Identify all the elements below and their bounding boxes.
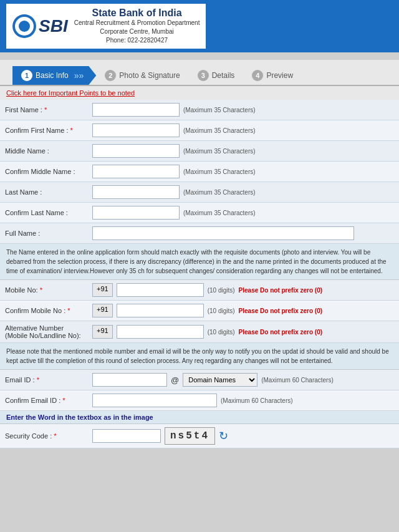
sbi-logo: SBI: [12, 14, 68, 38]
confirm-mobile-warning: Please Do not prefix zero (0): [239, 307, 322, 314]
domain-select[interactable]: Domain Names gmail.com yahoo.com hotmail…: [183, 373, 257, 387]
confirm-middle-name-input-cell: (Maximum 35 Characters): [92, 165, 394, 178]
alt-label-line1: Alternative Number: [5, 324, 64, 332]
last-name-row: Last Name : (Maximum 35 Characters): [0, 182, 399, 203]
email-required: *: [37, 376, 39, 384]
mobile-warning: Please Do not prefix zero (0): [239, 287, 322, 294]
tab-basic-info[interactable]: 1 Basic Info »»: [12, 66, 96, 85]
tab-num-4: 4: [252, 70, 263, 81]
name-info-para: The Name entered in the online applicati…: [0, 244, 399, 280]
last-name-input[interactable]: [92, 185, 180, 199]
confirm-email-row: Confirm Email ID : * (Maximum 60 Charact…: [0, 390, 399, 411]
mobile-prefix: +91: [92, 283, 113, 297]
confirm-email-input[interactable]: [92, 394, 217, 407]
tabs: 1 Basic Info »» 2 Photo & Signature 3 De…: [12, 66, 387, 85]
first-name-input[interactable]: [92, 103, 180, 117]
full-name-label: Full Name :: [5, 230, 92, 237]
middle-name-row: Middle Name : (Maximum 35 Characters): [0, 141, 399, 162]
middle-name-input-cell: (Maximum 35 Characters): [92, 144, 394, 158]
security-code-input-cell: ns5t4 ↻: [92, 427, 394, 445]
confirm-mobile-row: Confirm Mobile No : * +91 (10 digits) Pl…: [0, 301, 399, 321]
cfn-required: *: [70, 127, 73, 134]
cmobile-required: *: [67, 307, 70, 314]
middle-name-input[interactable]: [92, 144, 180, 158]
alt-number-label: Alternative Number (Mobile No/Landline N…: [5, 324, 92, 339]
tab-preview[interactable]: 4 Preview: [243, 66, 302, 85]
phone-text: Phone: 022-22820427: [74, 36, 200, 45]
first-name-required: *: [44, 106, 47, 114]
confirm-last-name-label: Confirm Last Name :: [5, 209, 92, 216]
sbi-circle-inner: [15, 17, 34, 36]
email-row: Email ID : * @ Domain Names gmail.com ya…: [0, 370, 399, 390]
dept-line1: Central Recruitment & Promotion Departme…: [74, 19, 200, 27]
logo-box: SBI State Bank of India Central Recruitm…: [6, 4, 206, 49]
bank-name: State Bank of India: [74, 7, 200, 19]
full-name-input[interactable]: [92, 226, 354, 240]
first-name-input-cell: (Maximum 35 Characters): [92, 103, 394, 117]
mobile-hint: (10 digits): [208, 287, 235, 294]
name-info-text: The Name entered in the online applicati…: [6, 249, 387, 274]
confirm-middle-name-row: Confirm Middle Name : (Maximum 35 Charac…: [0, 162, 399, 182]
notice-link[interactable]: Click here for Important Points to be no…: [6, 89, 135, 97]
tab-label-3: Details: [212, 71, 235, 80]
at-sign: @: [171, 375, 179, 385]
sbi-dot: [19, 21, 30, 32]
page-header: SBI State Bank of India Central Recruitm…: [0, 0, 399, 52]
alt-label-line2: (Mobile No/Landline No):: [5, 332, 81, 339]
captcha-hint-text: Enter the Word in the textbox as in the …: [6, 414, 153, 421]
full-name-row: Full Name :: [0, 223, 399, 244]
alt-hint: (10 digits): [208, 329, 235, 336]
form-area: First Name : * (Maximum 35 Characters) C…: [0, 100, 399, 448]
sbi-circle-icon: [12, 14, 36, 38]
confirm-last-name-input-cell: (Maximum 35 Characters): [92, 206, 394, 220]
sbi-text-label: SBI: [39, 16, 68, 36]
captcha-image: ns5t4: [165, 427, 215, 445]
confirm-email-hint: (Maximum 60 Characters): [221, 397, 293, 404]
email-label: Email ID : *: [5, 376, 92, 384]
full-name-input-cell: [92, 226, 394, 240]
confirm-mobile-input[interactable]: [117, 304, 204, 317]
notice-bar: Click here for Important Points to be no…: [0, 86, 399, 100]
confirm-first-name-input[interactable]: [92, 123, 180, 137]
confirm-middle-name-hint: (Maximum 35 Characters): [183, 168, 256, 175]
mobile-input[interactable]: [117, 283, 204, 297]
confirm-mobile-label: Confirm Mobile No : *: [5, 307, 92, 314]
tab-num-3: 3: [198, 70, 209, 81]
confirm-first-name-label: Confirm First Name : *: [5, 127, 92, 134]
alt-number-input[interactable]: [117, 325, 204, 339]
cemail-required: *: [62, 397, 65, 404]
confirm-first-name-hint: (Maximum 35 Characters): [183, 127, 256, 134]
last-name-input-cell: (Maximum 35 Characters): [92, 185, 394, 199]
mobile-required: *: [40, 286, 42, 294]
alt-number-row: Alternative Number (Mobile No/Landline N…: [0, 321, 399, 343]
security-code-input[interactable]: [92, 429, 161, 443]
confirm-last-name-row: Confirm Last Name : (Maximum 35 Characte…: [0, 203, 399, 223]
last-name-label: Last Name :: [5, 188, 92, 196]
confirm-middle-name-label: Confirm Middle Name :: [5, 168, 92, 175]
confirm-middle-name-input[interactable]: [92, 165, 180, 178]
alt-warning: Please Do not prefix zero (0): [239, 329, 322, 336]
middle-name-hint: (Maximum 35 Characters): [183, 148, 256, 155]
email-input[interactable]: [92, 373, 167, 387]
last-name-hint: (Maximum 35 Characters): [183, 189, 256, 196]
tab-label-1: Basic Info: [36, 71, 69, 80]
confirm-email-input-cell: (Maximum 60 Characters): [92, 394, 394, 407]
confirm-mobile-hint: (10 digits): [208, 307, 235, 314]
confirm-last-name-hint: (Maximum 35 Characters): [183, 210, 256, 216]
notification-box: Please note that the mentioned mobile nu…: [0, 343, 399, 370]
refresh-captcha-icon[interactable]: ↻: [219, 429, 228, 443]
tab-label-2: Photo & Signature: [119, 71, 180, 80]
first-name-hint: (Maximum 35 Characters): [183, 107, 256, 114]
mobile-row: Mobile No: * +91 (10 digits) Please Do n…: [0, 280, 399, 301]
mobile-label: Mobile No: *: [5, 286, 92, 294]
confirm-email-label: Confirm Email ID : *: [5, 397, 92, 404]
tab-num-1: 1: [21, 70, 32, 81]
tab-details[interactable]: 3 Details: [189, 66, 244, 85]
bank-info: State Bank of India Central Recruitment …: [74, 7, 200, 45]
tab-photo[interactable]: 2 Photo & Signature: [96, 66, 188, 85]
alt-prefix: +91: [92, 325, 113, 339]
confirm-mobile-input-cell: +91 (10 digits) Please Do not prefix zer…: [92, 304, 394, 317]
mobile-input-cell: +91 (10 digits) Please Do not prefix zer…: [92, 283, 394, 297]
middle-name-label: Middle Name :: [5, 147, 92, 155]
confirm-last-name-input[interactable]: [92, 206, 180, 220]
